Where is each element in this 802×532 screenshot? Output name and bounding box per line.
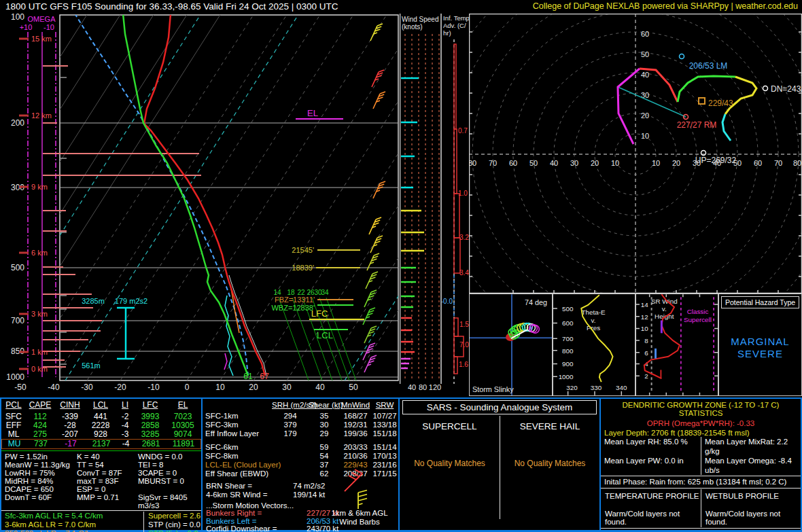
svg-text:-20: -20 <box>114 383 126 392</box>
svg-text:800: 800 <box>562 347 574 355</box>
svg-text:7.0: 7.0 <box>459 341 469 349</box>
dgz-depth: Layer Depth: 2706 ft (18839-21545 ft msl… <box>601 429 801 437</box>
six-km-barb <box>358 491 367 510</box>
svg-text:340: 340 <box>616 384 627 391</box>
wind-axis-labels: 40 80 120 <box>408 383 441 391</box>
srh-table-header: SRH (m2/s2)Shear (kt) MnWindSRW <box>203 401 398 410</box>
table-row: SFC-8km 54210/36 170/13 <box>203 452 398 461</box>
svg-text:200: 200 <box>11 118 24 128</box>
level-annotations: EL 21545' 18839' FBZ=13311' WBZ=12838' L… <box>82 108 364 381</box>
sr-wind-panel: 1412 108 64 2 SR Windv. Height ClassicSu… <box>635 294 718 396</box>
barb-caption: 1km & 6km AGL Wind Barbs <box>317 509 402 527</box>
wind-barb-column <box>363 24 385 372</box>
hodograph: 1020 3040 5060 8070 6050 4030 2010 1020 … <box>469 14 802 294</box>
svg-text:hr): hr) <box>443 29 451 37</box>
divider <box>601 488 801 489</box>
thetae-pressure-labels: 500600 700800 9001000 <box>559 305 574 380</box>
svg-text:9 km: 9 km <box>31 183 48 191</box>
svg-text:Adv. (C/: Adv. (C/ <box>443 22 466 29</box>
svg-text:1.5: 1.5 <box>459 321 469 328</box>
thetae-x-labels: 320330 340 <box>566 384 627 391</box>
dewpoint-trace <box>123 14 248 376</box>
svg-text:10: 10 <box>611 159 619 167</box>
composite-indices: Supercell = 2.6 STP (cin) = 0.0 STP (fix… <box>144 512 201 532</box>
profile-checks: TEMPERATURE PROFILE Warm/Cold layers not… <box>601 489 801 527</box>
winter-panel: DENDRITIC GROWTH ZONE (-12 TO -17 C) STA… <box>601 399 801 530</box>
svg-text:50: 50 <box>349 383 358 392</box>
svg-text:30: 30 <box>570 159 578 167</box>
svg-text:20: 20 <box>672 159 680 167</box>
svg-text:70: 70 <box>774 159 782 167</box>
svg-text:1000: 1000 <box>559 373 574 380</box>
slinky-degrees: 74 deg <box>525 298 547 306</box>
sounding-title: 1800 UTC GFS F105 Sounding for 36.33,-98… <box>5 1 338 12</box>
wind-panel-title: Wind Speed <box>402 16 438 23</box>
svg-text:40: 40 <box>315 383 325 392</box>
svg-text:700: 700 <box>562 335 574 342</box>
thetae-panel: 500600 700800 9001000 320330 340 Theta-E… <box>553 294 635 396</box>
sfc-dewpoint-value: 61 <box>243 372 253 381</box>
temperature-trace <box>144 14 265 376</box>
svg-text:10: 10 <box>641 132 649 140</box>
svg-text:1.6: 1.6 <box>459 361 468 368</box>
svg-text:60: 60 <box>509 159 517 167</box>
svg-text:320: 320 <box>566 384 578 391</box>
agl-wind-barbs <box>335 468 383 510</box>
svg-text:-0.0: -0.0 <box>442 298 453 305</box>
svg-text:50: 50 <box>529 159 538 167</box>
up-label: UP=269/32 <box>695 156 737 165</box>
initial-phase: Inital Phase: Rain from: 625 mb (13184 f… <box>601 477 801 487</box>
sars-hail-column: SEVERE HAIL No Quality Matches <box>500 416 599 519</box>
kinematics-panel: SRH (m2/s2)Shear (kt) MnWindSRW SFC-1km2… <box>203 399 400 530</box>
wetbulb-magenta <box>224 353 227 370</box>
lm-label: 206/53 LM <box>689 61 728 71</box>
svg-text:120: 120 <box>429 383 441 391</box>
svg-text:20: 20 <box>249 383 258 392</box>
svg-text:330: 330 <box>591 384 602 391</box>
temp-advection-panel: Inf. Temp. Adv. (C/ hr) 0.7 1.0 3.2 3.4 … <box>442 14 469 400</box>
lcl-label: LCL <box>317 330 333 340</box>
temperature-axis-labels: -50-40 -30-20 -100 1020 3040 50 <box>14 383 358 392</box>
svg-text:(knots): (knots) <box>402 23 423 31</box>
svg-text:500: 500 <box>11 263 24 272</box>
svg-text:0: 0 <box>185 383 190 392</box>
divider <box>1 450 201 451</box>
table-row: SFC-1km294 35168/27 107/27 <box>203 412 398 421</box>
skewt-diagram: 100 200 300 500 700 850 1000 -50-40 -30-… <box>0 14 400 400</box>
svg-text:70: 70 <box>489 159 497 167</box>
svg-text:0 km: 0 km <box>31 365 48 373</box>
divider <box>1 510 201 511</box>
title-bar: 1800 UTC GFS F105 Sounding for 36.33,-98… <box>0 0 802 14</box>
hazard-title: Potential Hazard Type <box>721 296 799 308</box>
dgz-oprh: OPRH (Omega*PW*RH): -0.33 <box>601 419 801 427</box>
svg-text:6 km: 6 km <box>31 249 48 257</box>
height-labels: 15 km 12 km 9 km 6 km 3 km 1 km 0 km <box>31 35 52 373</box>
omega-axis: OMEGA +10 -10 <box>20 15 201 377</box>
table-row-ml: ML275 -207928 -33285 9074 <box>1 430 201 439</box>
dgz-mean-stats: Mean Layer RH: 85.0 % Mean Layer MixRat:… <box>601 437 801 456</box>
svg-text:1000: 1000 <box>6 372 24 382</box>
omega-bars <box>43 66 201 367</box>
svg-text:3.2: 3.2 <box>459 234 469 241</box>
omega-title: OMEGA <box>28 15 56 23</box>
eff-top-label: 3285m <box>82 297 105 305</box>
one-km-barb <box>345 469 362 491</box>
svg-text:-10: -10 <box>43 23 54 31</box>
classic-supercell-label: ClassicSupercell <box>684 308 712 323</box>
svg-text:900: 900 <box>562 360 574 368</box>
svg-text:34: 34 <box>321 289 329 296</box>
mean-wind-label: 229/43 <box>708 99 733 108</box>
svg-text:50: 50 <box>641 50 649 58</box>
svg-text:60: 60 <box>641 30 649 38</box>
wind-panel-grid <box>405 34 439 380</box>
table-row-mu: MU737 -172137 -42681 11891 <box>1 439 201 449</box>
dgz-title: DENDRITIC GROWTH ZONE (-12 TO -17 C) STA… <box>601 401 801 417</box>
sars-panel: SARS - Sounding Analogue System SUPERCEL… <box>400 399 601 530</box>
brand-text: College of DuPage NEXLAB powered via SHA… <box>533 1 798 11</box>
divider <box>601 528 801 529</box>
divider <box>601 476 801 476</box>
sharppy-sounding-app: 1800 UTC GFS F105 Sounding for 36.33,-98… <box>0 0 802 532</box>
el-label: EL <box>307 108 318 118</box>
adv-values: 0.7 1.0 3.2 3.4 -0.0 1.5 7.0 1.6 <box>442 127 469 368</box>
svg-text:14: 14 <box>641 301 648 308</box>
